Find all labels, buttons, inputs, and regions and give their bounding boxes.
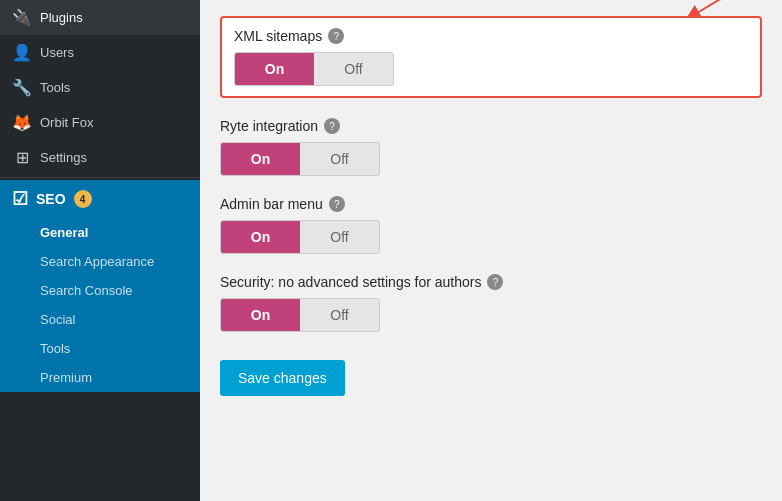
- sidebar-item-social[interactable]: Social: [0, 305, 200, 334]
- settings-icon: ⊞: [12, 148, 32, 167]
- xml-sitemaps-label: XML sitemaps ?: [234, 28, 748, 44]
- ryte-integration-help-icon[interactable]: ?: [324, 118, 340, 134]
- plugins-icon: 🔌: [12, 8, 32, 27]
- sidebar-item-users[interactable]: 👤 Users: [0, 35, 200, 70]
- divider: [0, 177, 200, 178]
- security-label: Security: no advanced settings for autho…: [220, 274, 762, 290]
- sidebar-item-tools[interactable]: 🔧 Tools: [0, 70, 200, 105]
- sidebar-item-general[interactable]: General: [0, 218, 200, 247]
- ryte-integration-off-button[interactable]: Off: [300, 143, 379, 175]
- users-icon: 👤: [12, 43, 32, 62]
- security-off-button[interactable]: Off: [300, 299, 379, 331]
- sidebar-item-search-appearance[interactable]: Search Appearance: [0, 247, 200, 276]
- seo-section: ☑ SEO 4 General Search Appearance Search…: [0, 180, 200, 392]
- sidebar: 🔌 Plugins 👤 Users 🔧 Tools 🦊 Orbit Fox ⊞ …: [0, 0, 200, 501]
- admin-bar-menu-toggle[interactable]: On Off: [220, 220, 380, 254]
- admin-bar-menu-setting: Admin bar menu ? On Off: [220, 196, 762, 254]
- sidebar-item-search-console[interactable]: Search Console: [0, 276, 200, 305]
- sidebar-item-orbit-fox[interactable]: 🦊 Orbit Fox: [0, 105, 200, 140]
- admin-bar-menu-on-button[interactable]: On: [221, 221, 300, 253]
- tools-icon: 🔧: [12, 78, 32, 97]
- security-help-icon[interactable]: ?: [487, 274, 503, 290]
- orbit-fox-icon: 🦊: [12, 113, 32, 132]
- xml-sitemaps-toggle[interactable]: On Off: [234, 52, 394, 86]
- sidebar-item-plugins[interactable]: 🔌 Plugins: [0, 0, 200, 35]
- sidebar-item-tools[interactable]: Tools: [0, 334, 200, 363]
- save-changes-button[interactable]: Save changes: [220, 360, 345, 396]
- security-toggle[interactable]: On Off: [220, 298, 380, 332]
- admin-bar-menu-help-icon[interactable]: ?: [329, 196, 345, 212]
- ryte-integration-label: Ryte integration ?: [220, 118, 762, 134]
- admin-bar-menu-label: Admin bar menu ?: [220, 196, 762, 212]
- svg-line-0: [692, 0, 742, 16]
- yoast-icon: ☑: [12, 188, 28, 210]
- xml-sitemaps-help-icon[interactable]: ?: [328, 28, 344, 44]
- ryte-integration-setting: Ryte integration ? On Off: [220, 118, 762, 176]
- ryte-integration-on-button[interactable]: On: [221, 143, 300, 175]
- ryte-integration-toggle[interactable]: On Off: [220, 142, 380, 176]
- sidebar-item-premium[interactable]: Premium: [0, 363, 200, 392]
- xml-sitemaps-on-button[interactable]: On: [235, 53, 314, 85]
- main-content: XML sitemaps ? On Off Ryte integration ?…: [200, 0, 782, 501]
- seo-header[interactable]: ☑ SEO 4: [0, 180, 200, 218]
- xml-sitemaps-off-button[interactable]: Off: [314, 53, 393, 85]
- security-on-button[interactable]: On: [221, 299, 300, 331]
- xml-sitemaps-setting: XML sitemaps ? On Off: [220, 16, 762, 98]
- seo-badge: 4: [74, 190, 92, 208]
- security-setting: Security: no advanced settings for autho…: [220, 274, 762, 332]
- admin-bar-menu-off-button[interactable]: Off: [300, 221, 379, 253]
- sidebar-item-settings[interactable]: ⊞ Settings: [0, 140, 200, 175]
